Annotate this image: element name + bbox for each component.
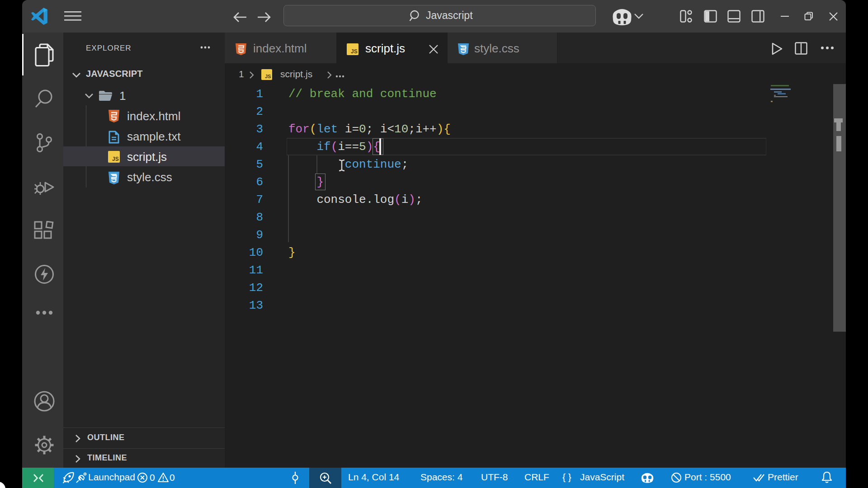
svg-text:JS: JS: [112, 156, 119, 162]
svg-text:JS: JS: [265, 74, 271, 79]
svg-text:JS: JS: [351, 48, 358, 55]
